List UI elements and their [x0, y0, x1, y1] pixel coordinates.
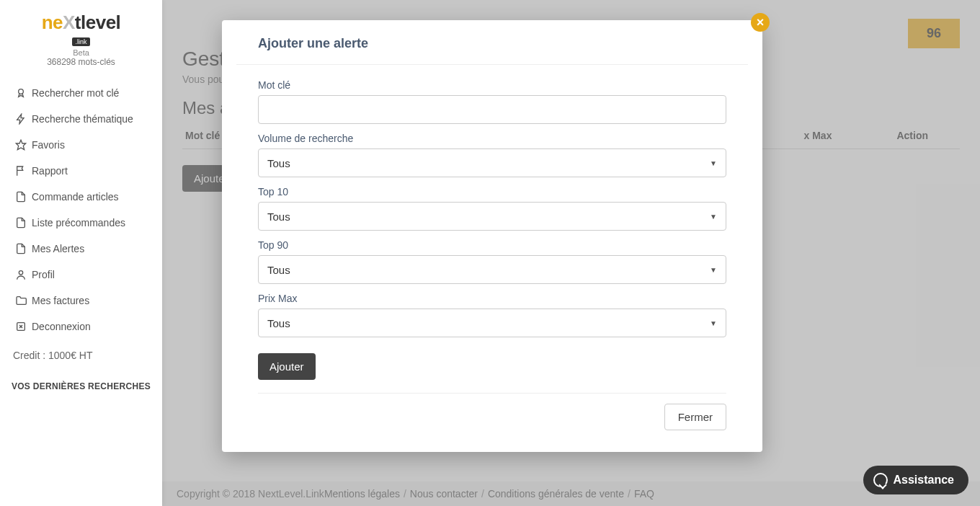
keyword-input[interactable]: [258, 95, 726, 124]
prixmax-label: Prix Max: [258, 293, 726, 304]
star-icon: [13, 139, 29, 151]
sidebar-item-label: Rechercher mot clé: [32, 87, 119, 99]
sidebar-item-label: Liste précommandes: [32, 217, 125, 228]
sidebar-item-label: Recherche thématique: [32, 113, 133, 125]
bolt-icon: [13, 113, 29, 125]
svg-point-0: [19, 89, 24, 94]
sidebar-item-label: Deconnexion: [32, 321, 91, 332]
sidebar-nav: Rechercher mot clé Recherche thématique …: [0, 80, 162, 339]
chevron-down-icon: ▼: [710, 213, 717, 221]
logo-part2: tlevel: [75, 12, 121, 33]
sidebar-item-favorites[interactable]: Favoris: [0, 132, 162, 158]
sidebar-item-label: Profil: [32, 269, 55, 280]
logo-sub: .link: [72, 37, 89, 46]
volume-select[interactable]: Tous ▼: [258, 148, 726, 177]
beta-label: Beta: [0, 48, 162, 57]
modal-form: Mot clé Volume de recherche Tous ▼ Top 1…: [236, 65, 748, 394]
sidebar-item-search-keyword[interactable]: Rechercher mot clé: [0, 80, 162, 106]
top10-label: Top 10: [258, 186, 726, 197]
chevron-down-icon: ▼: [710, 266, 717, 274]
file-icon: [13, 191, 29, 203]
sidebar-item-label: Mes Alertes: [32, 243, 84, 254]
sidebar-item-order-articles[interactable]: Commande articles: [0, 184, 162, 210]
keyword-label: Mot clé: [258, 79, 726, 91]
folder-icon: [13, 295, 29, 306]
top90-value: Tous: [267, 264, 290, 276]
prixmax-select[interactable]: Tous ▼: [258, 309, 726, 337]
logo[interactable]: neXtlevel .link: [0, 12, 162, 47]
recent-searches-title: VOS DERNIÈRES RECHERCHES: [0, 371, 162, 391]
keyword-count: 368298 mots-clés: [0, 57, 162, 67]
sidebar-item-label: Mes factures: [32, 295, 89, 306]
file-icon: [13, 243, 29, 254]
sidebar: neXtlevel .link Beta 368298 mots-clés Re…: [0, 0, 162, 506]
close-button[interactable]: Fermer: [664, 404, 726, 430]
volume-label: Volume de recherche: [258, 133, 726, 144]
logout-icon: [13, 321, 29, 332]
logo-x: X: [63, 12, 75, 33]
top10-value: Tous: [267, 210, 290, 223]
sidebar-item-invoices[interactable]: Mes factures: [0, 288, 162, 314]
chevron-down-icon: ▼: [710, 319, 717, 327]
chat-bubble-icon: [873, 473, 888, 487]
sidebar-item-label: Rapport: [32, 165, 68, 177]
modal-footer: Fermer: [236, 394, 748, 430]
top10-select[interactable]: Tous ▼: [258, 202, 726, 231]
credit-label: Credit : 1000€ HT: [0, 339, 162, 371]
file-icon: [13, 217, 29, 228]
assistance-label: Assistance: [894, 474, 955, 487]
close-icon[interactable]: ×: [751, 13, 770, 32]
top90-select[interactable]: Tous ▼: [258, 255, 726, 284]
assistance-button[interactable]: Assistance: [863, 466, 969, 494]
logo-part1: ne: [42, 12, 63, 33]
sidebar-item-my-alerts[interactable]: Mes Alertes: [0, 236, 162, 262]
sidebar-item-label: Commande articles: [32, 191, 119, 203]
sidebar-item-label: Favoris: [32, 139, 65, 151]
svg-marker-1: [16, 140, 25, 149]
sidebar-item-preorders[interactable]: Liste précommandes: [0, 210, 162, 236]
sidebar-item-report[interactable]: Rapport: [0, 158, 162, 184]
medal-icon: [13, 87, 29, 99]
flag-icon: [13, 165, 29, 177]
modal-title: Ajouter une alerte: [236, 20, 748, 65]
sidebar-item-logout[interactable]: Deconnexion: [0, 314, 162, 339]
submit-button[interactable]: Ajouter: [258, 353, 316, 380]
sidebar-item-thematic-search[interactable]: Recherche thématique: [0, 106, 162, 132]
top90-label: Top 90: [258, 239, 726, 251]
prixmax-value: Tous: [267, 317, 290, 329]
sidebar-item-profile[interactable]: Profil: [0, 262, 162, 288]
chevron-down-icon: ▼: [710, 159, 717, 167]
add-alert-modal: × Ajouter une alerte Mot clé Volume de r…: [222, 20, 762, 452]
svg-point-2: [19, 271, 22, 275]
user-icon: [13, 269, 29, 280]
volume-value: Tous: [267, 157, 290, 169]
